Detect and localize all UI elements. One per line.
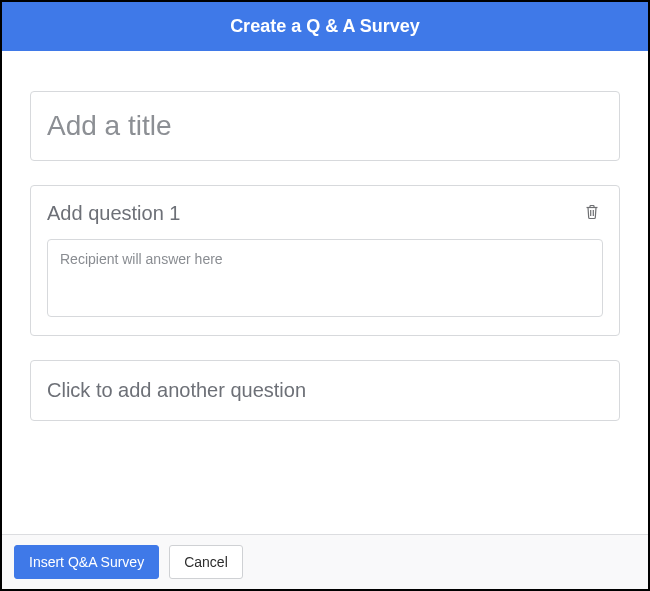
dialog-content: Recipient will answer here Click to add … [2, 51, 648, 534]
answer-placeholder-text: Recipient will answer here [60, 251, 223, 267]
question-label-input[interactable] [47, 202, 581, 225]
dialog-title: Create a Q & A Survey [230, 16, 420, 36]
question-header-row [47, 202, 603, 225]
delete-question-button[interactable] [581, 202, 603, 225]
answer-preview-box: Recipient will answer here [47, 239, 603, 317]
add-question-label: Click to add another question [47, 379, 306, 401]
cancel-button[interactable]: Cancel [169, 545, 243, 579]
dialog-header: Create a Q & A Survey [2, 2, 648, 51]
insert-survey-button[interactable]: Insert Q&A Survey [14, 545, 159, 579]
question-card: Recipient will answer here [30, 185, 620, 336]
survey-title-container [30, 91, 620, 161]
add-question-button[interactable]: Click to add another question [30, 360, 620, 421]
survey-title-input[interactable] [47, 110, 603, 142]
dialog-footer: Insert Q&A Survey Cancel [2, 534, 648, 589]
trash-icon [585, 204, 599, 223]
